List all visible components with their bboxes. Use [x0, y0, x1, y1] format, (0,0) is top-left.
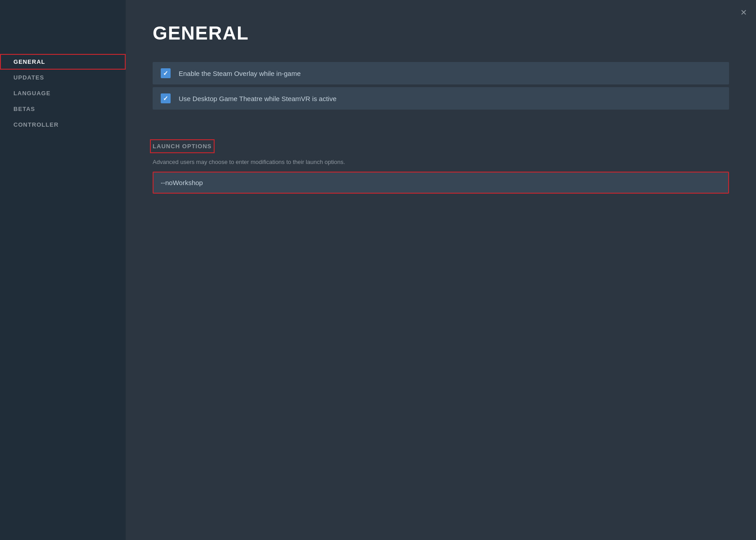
launch-options-description: Advanced users may choose to enter modif…: [153, 159, 729, 165]
sidebar-item-betas[interactable]: BETAS: [0, 101, 126, 117]
main-content: GENERAL ✓ Enable the Steam Overlay while…: [126, 0, 756, 540]
page-title: GENERAL: [153, 22, 729, 44]
launch-options-section-title: LAUNCH OPTIONS: [153, 142, 212, 150]
launch-options-input[interactable]: [153, 172, 729, 194]
checkmark-icon: ✓: [163, 70, 168, 77]
checkmark-icon-2: ✓: [163, 95, 168, 102]
steam-overlay-row: ✓ Enable the Steam Overlay while in-game: [153, 62, 729, 84]
sidebar-item-language[interactable]: LANGUAGE: [0, 85, 126, 101]
sidebar: GENERAL UPDATES LANGUAGE BETAS CONTROLLE…: [0, 0, 126, 540]
steam-overlay-checkbox[interactable]: ✓: [161, 68, 171, 78]
dialog: ✕ GENERAL UPDATES LANGUAGE BETAS CONTROL…: [0, 0, 756, 540]
desktop-theatre-row: ✓ Use Desktop Game Theatre while SteamVR…: [153, 87, 729, 110]
sidebar-item-updates[interactable]: UPDATES: [0, 70, 126, 85]
desktop-theatre-checkbox[interactable]: ✓: [161, 93, 171, 103]
desktop-theatre-label: Use Desktop Game Theatre while SteamVR i…: [179, 95, 337, 102]
sidebar-item-controller[interactable]: CONTROLLER: [0, 117, 126, 133]
close-button[interactable]: ✕: [738, 7, 749, 18]
sidebar-item-general[interactable]: GENERAL: [0, 54, 126, 70]
steam-overlay-label: Enable the Steam Overlay while in-game: [179, 70, 301, 77]
